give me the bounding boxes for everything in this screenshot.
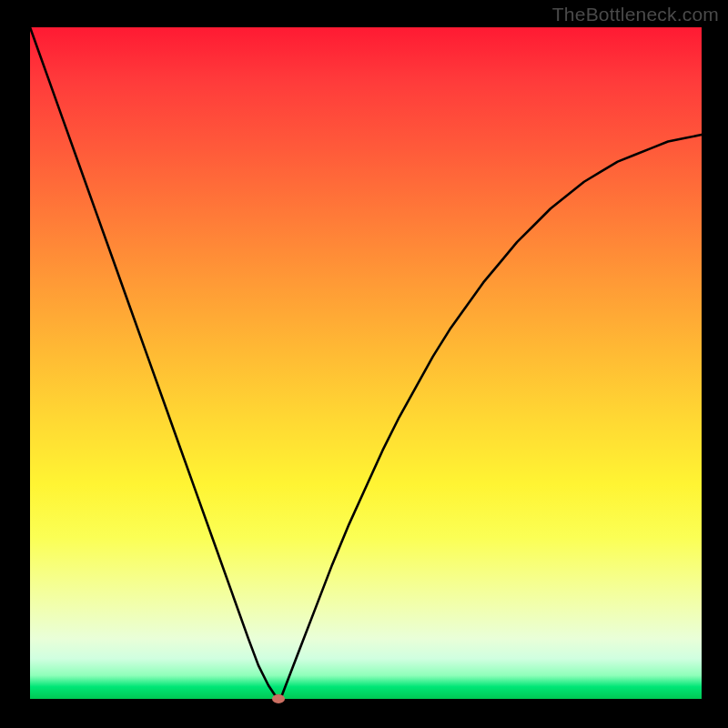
optimal-point-marker [272,694,285,703]
plot-area [30,27,702,699]
watermark-text: TheBottleneck.com [552,4,719,25]
chart-outer-frame: TheBottleneck.com [0,0,728,728]
bottleneck-curve [30,27,702,699]
